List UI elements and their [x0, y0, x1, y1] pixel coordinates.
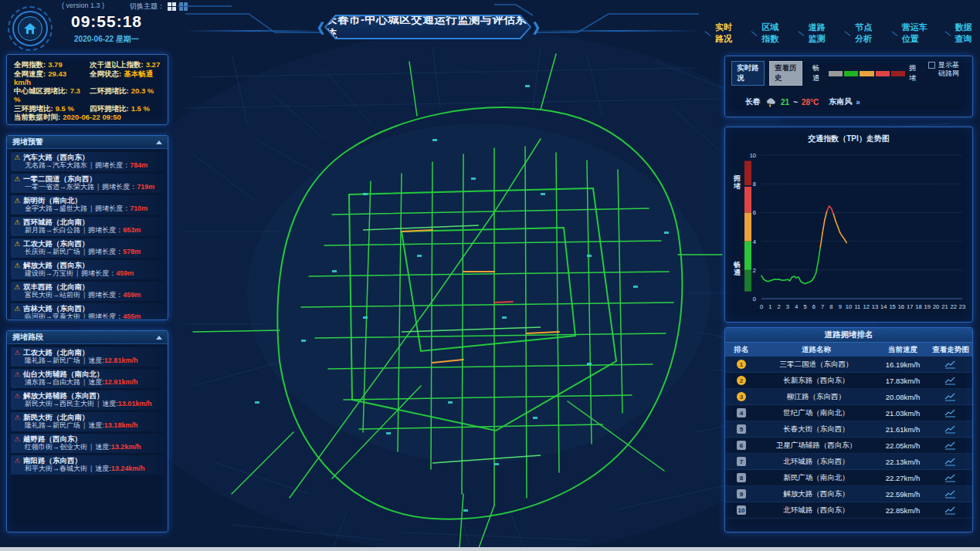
svg-text:7: 7 [821, 303, 824, 310]
warning-item[interactable]: ⚠新明街（南向北） 金宇大路→盛世大路|拥堵长度：710m [11, 195, 164, 215]
rank-badge: 8 [737, 473, 746, 482]
nav-separator-icon [751, 31, 758, 35]
nav-separator-icon [845, 31, 851, 35]
weather-more-arrow[interactable]: » [856, 98, 860, 106]
warning-item[interactable]: ⚠西环城路（北向南） 新月路→长白公路|拥堵长度：653m [11, 217, 164, 236]
ranking-header-row: 排名 道路名称 当前速度 查看走势图 [725, 343, 972, 357]
rank-badge: 9 [737, 489, 746, 499]
congested-item[interactable]: ⚠解放大路辅路（东向西） 新民大街→西民主大街|速度:13.01km/h [11, 390, 164, 410]
congested-item[interactable]: ⚠仙台大街辅路（南向北） 浦东路→自由大路|速度:12.91km/h [11, 369, 164, 388]
nav-separator-icon [799, 31, 805, 35]
city-label: 长春 [745, 96, 761, 107]
svg-text:21: 21 [941, 303, 948, 310]
congested-item[interactable]: ⚠越野路（西向东） 红领巾街→创业大街|速度:13.2km/h [11, 434, 164, 453]
legend-swatch [876, 71, 890, 76]
stat-data-time: 当前数据时间:2020-06-22 09:50 [14, 113, 161, 121]
rank-badge: 2 [737, 376, 746, 385]
tab-realtime[interactable]: 实时路况 [731, 61, 765, 86]
trend-chart-icon[interactable] [931, 409, 971, 417]
trend-chart-icon[interactable] [931, 458, 971, 466]
theme-option-dark[interactable] [179, 2, 188, 11]
trend-chart-icon[interactable] [931, 441, 971, 450]
alert-icon: ⚠ [14, 350, 20, 357]
trend-chart-icon[interactable] [931, 377, 971, 385]
road-condition-panel: 实时路况 查看历史 畅通 拥堵 显示基础路网 长春 21 [724, 56, 973, 117]
network-stats-panel: 全网指数:3.79 次干道以上指数:3.27 全网速度:29.43 km/h 全… [6, 54, 168, 125]
svg-text:2: 2 [778, 303, 781, 310]
nav-separator-icon [705, 31, 711, 35]
svg-text:拥堵: 拥堵 [733, 174, 741, 190]
table-row: 6 卫星广场辅路（西向东） 22.05km/h [725, 438, 972, 454]
rank-badge: 1 [737, 360, 746, 369]
congested-list: ⚠工农大路（北向南） 隆礼路→新民广场|速度:12.81km/h ⚠仙台大街辅路… [7, 344, 168, 480]
warning-icon: ⚠ [14, 284, 20, 291]
svg-text:2: 2 [753, 267, 756, 274]
collapse-icon[interactable] [156, 140, 162, 144]
svg-text:6: 6 [753, 209, 756, 216]
theme-option-light[interactable] [168, 2, 176, 11]
warning-icon: ⚠ [14, 306, 20, 313]
legend-swatch [860, 71, 873, 76]
svg-text:0: 0 [760, 303, 763, 310]
alert-icon: ⚠ [14, 371, 20, 378]
nav-item-node-analysis[interactable]: 节点分析 [844, 22, 880, 45]
warning-item[interactable]: ⚠汽车大路（西向东） 无名路→汽车大路东|拥堵长度：784m [11, 152, 164, 171]
warning-item[interactable]: ⚠吉林大路（东向西） 临河街→亚泰大街|拥堵长度：455m [11, 303, 164, 319]
stat-network-index: 全网指数:3.79 [14, 60, 85, 69]
svg-text:9: 9 [839, 303, 842, 310]
alert-icon: ⚠ [14, 414, 20, 421]
rank-badge: 6 [737, 441, 746, 450]
svg-text:5: 5 [803, 303, 806, 310]
table-row: 7 北环城路（东向西） 22.13km/h [725, 454, 972, 470]
rank-badge: 10 [737, 505, 746, 515]
nav-item-region-index[interactable]: 区域指数 [751, 22, 786, 45]
nav-item-data-query[interactable]: 数据查询 [944, 22, 980, 45]
title-line-left [185, 30, 321, 32]
svg-text:10: 10 [750, 152, 756, 159]
table-row: 8 新民广场（南向北） 22.27km/h [725, 470, 972, 486]
home-button[interactable] [8, 6, 53, 51]
svg-text:12: 12 [863, 303, 869, 310]
temp-low: 21 [781, 98, 789, 106]
stat-secondary-index: 次干道以上指数:3.27 [90, 60, 161, 69]
rank-badge: 4 [737, 408, 746, 417]
trend-chart-icon[interactable] [931, 474, 971, 482]
nav-separator-icon [891, 31, 897, 35]
svg-text:17: 17 [907, 303, 913, 310]
table-row: 1 三零二国道（东向西） 16.19km/h [725, 357, 972, 373]
ranking-rows: 1 三零二国道（东向西） 16.19km/h 2 长新东路（西向东） 17.83… [725, 357, 972, 519]
congested-item[interactable]: ⚠工农大路（北向南） 隆礼路→新民广场|速度:12.81km/h [11, 347, 164, 367]
collapse-icon[interactable] [156, 336, 162, 340]
table-row: 2 长新东路（西向东） 17.83km/h [725, 373, 972, 389]
nav-item-realtime[interactable]: 实时路况 [704, 22, 740, 45]
base-network-toggle[interactable]: 显示基础路网 [928, 61, 966, 78]
tab-history[interactable]: 查看历史 [769, 61, 802, 86]
svg-text:15: 15 [889, 303, 895, 310]
trend-chart-icon[interactable] [931, 393, 971, 401]
svg-text:8: 8 [829, 303, 832, 310]
warning-item[interactable]: ⚠双丰西路（北向南） 富民大街→站前街|拥堵长度：459m [11, 282, 164, 301]
congested-item[interactable]: ⚠新民大街（北向南） 隆礼路→新民广场|速度:13.18km/h [11, 412, 164, 431]
svg-text:11: 11 [854, 303, 860, 310]
warning-item[interactable]: ⚠一零二国道（东向西） 一零一省道→东荣大路|拥堵长度：719m [11, 174, 164, 193]
nav-item-vehicle-location[interactable]: 营运车位置 [891, 22, 934, 45]
rank-badge: 7 [737, 457, 746, 466]
stat-central-congestion: 中心城区拥堵比:7.3 % [14, 86, 85, 103]
warning-icon: ⚠ [14, 262, 20, 269]
warning-item[interactable]: ⚠解放大路（西向东） 建设街→万宝街|拥堵长度：459m [11, 260, 164, 279]
svg-text:23: 23 [959, 303, 965, 310]
congestion-ranking-panel: 道路拥堵排名 排名 道路名称 当前速度 查看走势图 1 三零二国道（东向西） 1… [724, 327, 973, 532]
svg-text:20: 20 [933, 303, 939, 310]
checkbox-label: 显示基础路网 [938, 61, 966, 78]
trend-chart-icon[interactable] [931, 506, 971, 515]
svg-text:10: 10 [846, 303, 852, 310]
warning-icon: ⚠ [14, 198, 20, 205]
checkbox-icon[interactable] [928, 62, 935, 69]
trend-chart-icon[interactable] [931, 425, 971, 434]
nav-item-road-monitor[interactable]: 道路监测 [798, 22, 833, 45]
congested-item[interactable]: ⚠南阳路（东向西） 和平大街→春城大街|速度:13.24km/h [11, 455, 164, 475]
chart-title: 交通指数（TPI）走势图 [726, 134, 972, 144]
trend-chart-icon[interactable] [931, 490, 971, 499]
warning-item[interactable]: ⚠工农大路（东向西） 长庆街→新民广场|拥堵长度：578m [11, 238, 164, 258]
trend-chart-icon[interactable] [931, 360, 971, 369]
